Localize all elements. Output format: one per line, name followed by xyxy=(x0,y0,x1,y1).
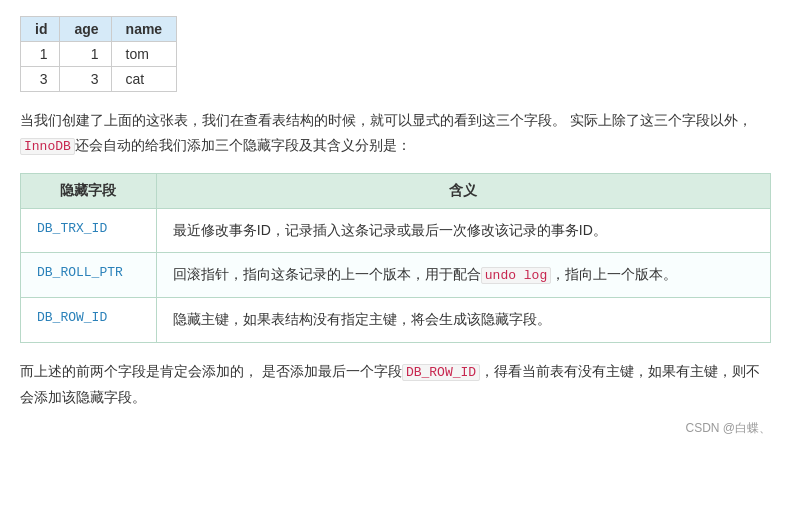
top-data-table: id age name 11tom33cat xyxy=(20,16,177,92)
table-row: 1 xyxy=(21,42,60,67)
hidden-col-header-meaning: 含义 xyxy=(156,173,770,208)
field-desc-cell: 最近修改事务ID，记录插入这条记录或最后一次修改该记录的事务ID。 xyxy=(156,208,770,253)
field-desc-cell: 回滚指针，指向这条记录的上一个版本，用于配合undo log，指向上一个版本。 xyxy=(156,253,770,298)
paragraph-text1: 当我们创建了上面的这张表，我们在查看表结构的时候，就可以显式的看到这三个字段。 … xyxy=(20,112,752,128)
paragraph-text2: 还会自动的给我们添加三个隐藏字段及其含义分别是： xyxy=(75,137,411,153)
field-name-cell: DB_ROW_ID xyxy=(21,298,157,343)
intro-paragraph: 当我们创建了上面的这张表，我们在查看表结构的时候，就可以显式的看到这三个字段。 … xyxy=(20,108,771,159)
csdn-watermark: CSDN @白蝶、 xyxy=(20,420,771,437)
table-row: tom xyxy=(111,42,177,67)
footer-paragraph: 而上述的前两个字段是肯定会添加的， 是否添加最后一个字段DB_ROW_ID，得看… xyxy=(20,359,771,410)
field-name-cell: DB_ROLL_PTR xyxy=(21,253,157,298)
table-row: 1 xyxy=(60,42,111,67)
innodbcode: InnoDB xyxy=(20,138,75,155)
table-row: cat xyxy=(111,67,177,92)
table-row: 3 xyxy=(21,67,60,92)
hidden-fields-table: 隐藏字段 含义 DB_TRX_ID最近修改事务ID，记录插入这条记录或最后一次修… xyxy=(20,173,771,344)
footer-text1: 而上述的前两个字段是肯定会添加的， 是否添加最后一个字段 xyxy=(20,363,402,379)
field-desc-cell: 隐藏主键，如果表结构没有指定主键，将会生成该隐藏字段。 xyxy=(156,298,770,343)
col-header-name: name xyxy=(111,17,177,42)
col-header-id: id xyxy=(21,17,60,42)
table-row: 3 xyxy=(60,67,111,92)
db-row-id-code: DB_ROW_ID xyxy=(402,364,480,381)
watermark-text: CSDN @白蝶、 xyxy=(685,421,771,435)
col-header-age: age xyxy=(60,17,111,42)
field-name-cell: DB_TRX_ID xyxy=(21,208,157,253)
hidden-col-header-field: 隐藏字段 xyxy=(21,173,157,208)
